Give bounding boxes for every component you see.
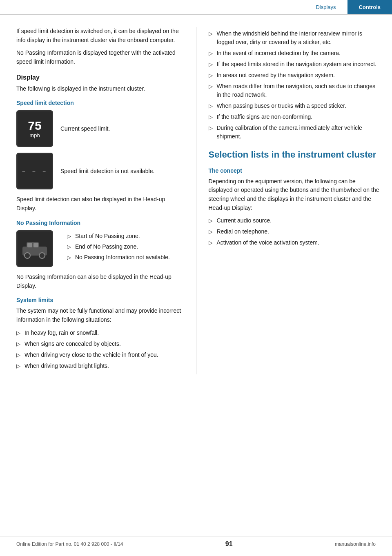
no-passing-icon-row: ▷ Start of No Passing zone. ▷ End of No …	[16, 230, 184, 267]
displays-tab-label: Displays	[316, 4, 336, 10]
list-item: ▷ When roads differ from the navigation,…	[209, 82, 380, 99]
bullet-arrow-icon: ▷	[209, 217, 213, 225]
speed-limit-icon-dashes: - - -	[16, 153, 53, 189]
system-limits-intro: The system may not be fully functional a…	[16, 307, 184, 324]
bullet-arrow-icon: ▷	[209, 60, 213, 69]
bullet-arrow-icon: ▷	[209, 228, 213, 236]
list-item: ▷ Start of No Passing zone.	[67, 232, 170, 240]
list-item: ▷ In areas not covered by the navigation…	[209, 71, 380, 80]
list-item: ▷ In heavy fog, rain or snowfall.	[16, 329, 184, 337]
tab-controls[interactable]: Controls	[347, 0, 392, 14]
speed-limit-icon-row-2: - - - Speed limit detection is not avail…	[16, 153, 184, 189]
list-item: ▷ When driving toward bright lights.	[16, 362, 184, 370]
system-limits-list-right: ▷ When the windshield behind the interio…	[209, 29, 380, 141]
concept-text: Depending on the equipment version, the …	[209, 177, 380, 213]
bullet-arrow-icon: ▷	[209, 239, 213, 247]
bullet-arrow-icon: ▷	[209, 82, 213, 91]
dashes-symbol: - - -	[22, 165, 48, 178]
bullet-arrow-icon: ▷	[16, 329, 20, 337]
svg-point-3	[39, 253, 45, 258]
page-number: 91	[225, 540, 233, 548]
main-content: If speed limit detection is switched on,…	[0, 15, 392, 399]
bullet-arrow-icon: ▷	[209, 102, 213, 110]
page-header: Displays Controls	[0, 0, 392, 15]
bullet-arrow-icon: ▷	[209, 30, 213, 38]
display-heading: Display	[16, 74, 184, 81]
selection-lists-heading: Selection lists in the instrument cluste…	[209, 149, 380, 161]
footer-copyright: Online Edition for Part no. 01 40 2 928 …	[16, 541, 123, 547]
svg-point-2	[24, 253, 30, 258]
list-item: ▷ Activation of the voice activation sys…	[209, 238, 380, 247]
no-passing-extra: No Passing Information can also be displ…	[16, 273, 184, 290]
speed-limit-icon1-label: Current speed limit.	[60, 125, 110, 132]
list-item: ▷ If the traffic signs are non-conformin…	[209, 113, 380, 121]
intro-paragraph-2: No Passing Information is displayed toge…	[16, 49, 184, 66]
bullet-arrow-icon: ▷	[209, 49, 213, 58]
speed-number: 75	[28, 119, 41, 132]
speed-limit-icon-row-1: 75 mph Current speed limit.	[16, 110, 184, 147]
svg-rect-4	[27, 243, 32, 247]
bullet-arrow-icon: ▷	[209, 113, 213, 121]
speed-limit-icon-75: 75 mph	[16, 110, 53, 147]
list-item: ▷ When passing buses or trucks with a sp…	[209, 102, 380, 110]
speed-unit: mph	[29, 132, 40, 138]
system-limits-list-left: ▷ In heavy fog, rain or snowfall. ▷ When…	[16, 329, 184, 370]
speed-limit-icon2-label: Speed limit detection is not available.	[60, 168, 154, 174]
bullet-arrow-icon: ▷	[209, 71, 213, 80]
list-item: ▷ In the event of incorrect detection by…	[209, 49, 380, 58]
display-text: The following is displayed in the instru…	[16, 85, 184, 93]
speed-limit-heading: Speed limit detection	[16, 100, 184, 106]
list-item: ▷ During calibration of the camera immed…	[209, 124, 380, 141]
speed-limit-extra: Speed limit detection can also be displa…	[16, 195, 184, 213]
concept-items-list: ▷ Current audio source. ▷ Redial on tele…	[209, 216, 380, 247]
controls-tab-label: Controls	[359, 4, 381, 10]
concept-heading: The concept	[209, 167, 380, 174]
right-column: ▷ When the windshield behind the interio…	[196, 27, 392, 374]
list-item: ▷ When the windshield behind the interio…	[209, 29, 380, 47]
list-item: ▷ If the speed limits stored in the navi…	[209, 60, 380, 69]
list-item: ▷ No Passing Information not available.	[67, 253, 170, 262]
list-item: ▷ End of No Passing zone.	[67, 242, 170, 251]
bullet-arrow-icon: ▷	[209, 124, 213, 132]
tab-displays[interactable]: Displays	[304, 0, 347, 14]
bullet-arrow-icon: ▷	[16, 340, 20, 348]
no-passing-heading: No Passing Information	[16, 220, 184, 226]
bullet-arrow-icon: ▷	[67, 232, 71, 240]
list-item: ▷ When driving very close to the vehicle…	[16, 351, 184, 359]
intro-paragraph-1: If speed limit detection is switched on,…	[16, 27, 184, 44]
list-item: ▷ Redial on telephone.	[209, 227, 380, 236]
bullet-arrow-icon: ▷	[16, 351, 20, 359]
bullet-arrow-icon: ▷	[67, 254, 71, 262]
bullet-arrow-icon: ▷	[67, 243, 71, 251]
no-passing-list: ▷ Start of No Passing zone. ▷ End of No …	[67, 232, 170, 264]
system-limits-heading: System limits	[16, 297, 184, 303]
footer-website: manualsonline.info	[335, 541, 376, 547]
bullet-arrow-icon: ▷	[16, 362, 20, 370]
list-item: ▷ Current audio source.	[209, 216, 380, 225]
svg-rect-5	[33, 243, 38, 247]
left-column: If speed limit detection is switched on,…	[0, 27, 196, 374]
list-item: ▷ When signs are concealed by objects.	[16, 340, 184, 348]
page-footer: Online Edition for Part no. 01 40 2 928 …	[0, 536, 392, 548]
no-passing-icon	[16, 230, 53, 267]
